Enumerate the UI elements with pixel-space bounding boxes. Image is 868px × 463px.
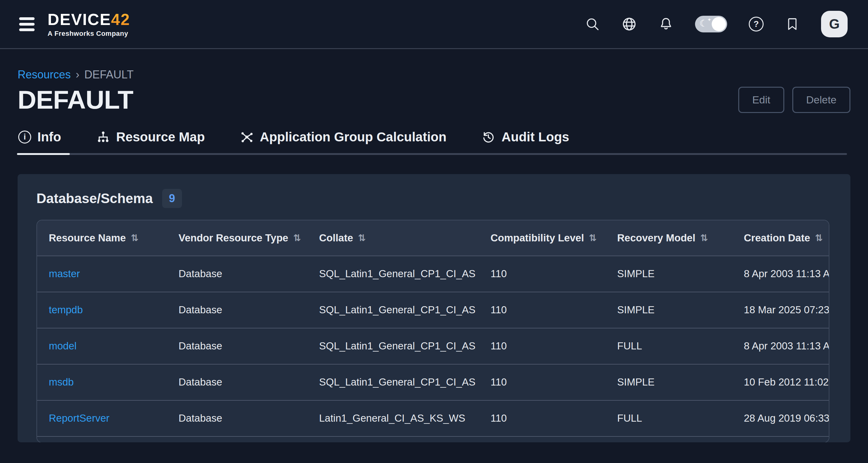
- topbar-left: DEVICE42 A Freshworks Company: [18, 11, 130, 37]
- resource-link[interactable]: ReportServer: [49, 412, 110, 424]
- breadcrumb-current: DEFAULT: [84, 68, 133, 81]
- cell-collate: Latin1_General_CI_AS_KS_WS: [319, 412, 491, 424]
- table-row: tempdb Database SQL_Latin1_General_CP1_C…: [37, 292, 829, 328]
- column-header-compatibility-level[interactable]: Compatibility Level⇅: [491, 232, 617, 244]
- cell-resource-name: tempdb: [49, 304, 179, 316]
- topbar-actions: ☾ ✦ ? G: [585, 11, 847, 37]
- resource-link[interactable]: master: [49, 268, 80, 279]
- column-header-recovery-model[interactable]: Recovery Model⇅: [617, 232, 744, 244]
- tab-label: Info: [37, 130, 61, 144]
- globe-icon: [621, 16, 637, 32]
- tab-audit-logs[interactable]: Audit Logs: [480, 130, 578, 155]
- cell-creation-date: 8 Apr 2003 11:13 A: [744, 340, 829, 352]
- resource-link[interactable]: tempdb: [49, 304, 83, 316]
- menu-button[interactable]: [18, 16, 36, 32]
- table-row-partial: [37, 436, 829, 442]
- avatar-initial: G: [829, 16, 840, 32]
- cell-collate: SQL_Latin1_General_CP1_CI_AS: [319, 268, 491, 279]
- notifications-button[interactable]: [658, 17, 673, 32]
- cell-recovery-model: SIMPLE: [617, 268, 744, 279]
- column-header-collate[interactable]: Collate⇅: [319, 232, 491, 244]
- info-icon: i: [18, 131, 31, 143]
- history-icon: [482, 130, 495, 144]
- search-icon: [585, 17, 600, 32]
- sort-icon: ⇅: [358, 232, 366, 243]
- cell-collate: SQL_Latin1_General_CP1_CI_AS: [319, 340, 491, 352]
- tabs: i Info Resource Map: [17, 130, 847, 155]
- cell-creation-date: 10 Feb 2012 11:02 P: [744, 376, 829, 388]
- table-header-row: Resource Name⇅ Vendor Resource Type⇅ Col…: [37, 220, 829, 256]
- cell-recovery-model: SIMPLE: [617, 376, 744, 388]
- user-avatar[interactable]: G: [821, 11, 847, 37]
- sparkle-icon: ✦: [707, 17, 711, 23]
- cell-vendor-type: Database: [179, 412, 319, 424]
- language-button[interactable]: [621, 16, 637, 32]
- breadcrumb: Resources › DEFAULT: [18, 68, 850, 81]
- page-actions: Edit Delete: [738, 87, 850, 113]
- table-row: model Database SQL_Latin1_General_CP1_CI…: [37, 328, 829, 364]
- count-badge: 9: [162, 189, 182, 208]
- tab-label: Application Group Calculation: [260, 130, 446, 144]
- breadcrumb-separator: ›: [76, 68, 80, 81]
- hamburger-icon: [19, 17, 35, 20]
- question-mark-icon: ?: [749, 17, 764, 32]
- cell-compatibility: 110: [491, 376, 617, 388]
- breadcrumb-link-resources[interactable]: Resources: [18, 68, 71, 81]
- logo-accent-42: 42: [111, 10, 130, 28]
- cell-recovery-model: FULL: [617, 340, 744, 352]
- column-header-vendor-resource-type[interactable]: Vendor Resource Type⇅: [179, 232, 319, 244]
- cell-resource-name: msdb: [49, 376, 179, 388]
- help-button[interactable]: ?: [749, 17, 764, 32]
- sort-icon: ⇅: [700, 232, 708, 243]
- cell-compatibility: 110: [491, 340, 617, 352]
- cell-vendor-type: Database: [179, 340, 319, 352]
- database-schema-panel: Database/Schema 9 Resource Name⇅ Vendor …: [18, 174, 850, 442]
- sort-icon: ⇅: [589, 232, 597, 243]
- sort-icon: ⇅: [815, 232, 823, 243]
- cell-creation-date: 8 Apr 2003 11:13 A: [744, 268, 829, 279]
- column-header-resource-name[interactable]: Resource Name⇅: [49, 232, 179, 244]
- tab-application-group-calculation[interactable]: Application Group Calculation: [239, 130, 455, 155]
- table-row: ReportServer Database Latin1_General_CI_…: [37, 400, 829, 436]
- cell-resource-name: ReportServer: [49, 412, 179, 424]
- resource-link[interactable]: msdb: [49, 376, 74, 388]
- cell-resource-name: model: [49, 340, 179, 352]
- tab-underline-track: [17, 153, 847, 155]
- tab-resource-map[interactable]: Resource Map: [95, 130, 213, 155]
- cell-vendor-type: Database: [179, 268, 319, 279]
- tab-info[interactable]: i Info: [17, 130, 70, 155]
- moon-icon: ☾: [699, 18, 708, 29]
- toggle-knob: [712, 17, 726, 31]
- page-title: DEFAULT: [18, 85, 133, 115]
- edit-button[interactable]: Edit: [738, 87, 784, 113]
- cell-creation-date: 28 Aug 2019 06:33: [744, 412, 829, 424]
- logo-wordmark: DEVICE42: [48, 11, 130, 28]
- cell-compatibility: 110: [491, 268, 617, 279]
- cell-collate: SQL_Latin1_General_CP1_CI_AS: [319, 376, 491, 388]
- tab-bar: i Info Resource Map: [17, 130, 847, 155]
- search-button[interactable]: [585, 17, 600, 32]
- panel-title: Database/Schema: [36, 191, 153, 206]
- app-root: DEVICE42 A Freshworks Company: [0, 0, 868, 463]
- cell-compatibility: 110: [491, 412, 617, 424]
- logo-tagline: A Freshworks Company: [48, 30, 130, 37]
- tab-label: Resource Map: [116, 130, 205, 144]
- table-row: msdb Database SQL_Latin1_General_CP1_CI_…: [37, 364, 829, 400]
- title-row: DEFAULT Edit Delete: [18, 85, 850, 115]
- cell-resource-name: master: [49, 268, 179, 279]
- column-header-creation-date[interactable]: Creation Date⇅: [744, 232, 829, 244]
- cell-recovery-model: FULL: [617, 412, 744, 424]
- bookmark-icon: [785, 17, 799, 31]
- delete-button[interactable]: Delete: [792, 87, 850, 113]
- bookmarks-button[interactable]: [785, 17, 799, 31]
- application-group-icon: [240, 130, 254, 144]
- cell-compatibility: 110: [491, 304, 617, 316]
- table-row: master Database SQL_Latin1_General_CP1_C…: [37, 256, 829, 292]
- cell-vendor-type: Database: [179, 376, 319, 388]
- cell-vendor-type: Database: [179, 304, 319, 316]
- theme-toggle[interactable]: ☾ ✦: [695, 16, 727, 32]
- topbar: DEVICE42 A Freshworks Company: [0, 0, 868, 49]
- sort-icon: ⇅: [131, 232, 138, 243]
- device42-logo[interactable]: DEVICE42 A Freshworks Company: [48, 11, 130, 37]
- resource-link[interactable]: model: [49, 340, 76, 352]
